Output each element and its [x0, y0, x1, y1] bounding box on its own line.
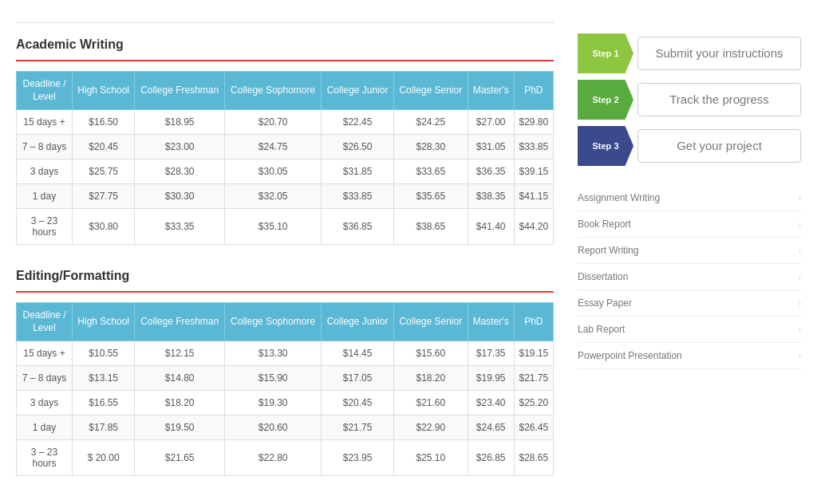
table-row: 3 days$16.55$18.20$19.30$20.45$21.60$23.…: [17, 391, 554, 415]
table-cell: $21.75: [322, 415, 394, 440]
table-cell: $22.90: [393, 415, 468, 440]
step-arrow-2: Step 2: [578, 80, 633, 120]
table-header: College Sophomore: [225, 72, 322, 110]
table-header: College Senior: [393, 303, 468, 341]
section-underline: [16, 291, 554, 293]
table-cell: $16.50: [73, 110, 135, 135]
table-cell: $23.40: [468, 391, 514, 415]
table-cell: $25.10: [393, 440, 468, 476]
table-cell: $23.95: [322, 440, 394, 476]
table-cell: $20.45: [73, 135, 135, 159]
step-container-3: Step 3Get your project: [578, 126, 801, 166]
table-cell: $41.40: [468, 209, 514, 245]
types-list-item-label: Assignment Writing: [578, 192, 660, 203]
table-cell: $24.65: [468, 415, 514, 440]
table-cell: $23.00: [135, 135, 225, 159]
table-cell: $21.60: [393, 391, 468, 415]
table-cell: 1 day: [17, 415, 73, 440]
table-header: High School: [73, 303, 135, 341]
table-cell: $15.60: [393, 341, 468, 366]
section-editing-formatting: Editing/FormattingDeadline / LevelHigh S…: [16, 269, 554, 476]
table-cell: $35.65: [393, 184, 468, 209]
table-header: PhD: [514, 303, 553, 341]
types-list: Assignment Writing›Book Report›Report Wr…: [578, 185, 801, 369]
table-cell: $31.85: [322, 159, 394, 184]
sidebar: Step 1Submit your instructionsStep 2Trac…: [578, 16, 801, 500]
table-cell: $36.85: [322, 209, 394, 245]
table-cell: $33.85: [322, 184, 394, 209]
table-cell: $19.30: [225, 391, 322, 415]
table-cell: $41.15: [514, 184, 553, 209]
table-cell: $19.50: [135, 415, 225, 440]
table-cell: $21.65: [135, 440, 225, 476]
types-list-item[interactable]: Essay Paper›: [578, 290, 801, 317]
table-cell: $ 20.00: [73, 440, 135, 476]
table-cell: $28.65: [514, 440, 553, 476]
table-cell: $36.35: [468, 159, 514, 184]
types-list-item[interactable]: Report Writing›: [578, 238, 801, 264]
table-cell: $19.15: [514, 341, 553, 366]
table-cell: $19.95: [468, 366, 514, 391]
table-row: 1 day$17.85$19.50$20.60$21.75$22.90$24.6…: [17, 415, 554, 440]
table-cell: $15.90: [225, 366, 322, 391]
table-cell: $31.05: [468, 135, 514, 159]
table-cell: $12.15: [135, 341, 225, 366]
table-cell: $20.45: [322, 391, 394, 415]
table-header: PhD: [514, 72, 553, 110]
table-cell: $14.80: [135, 366, 225, 391]
section-title-editing-formatting: Editing/Formatting: [16, 269, 129, 283]
table-header: College Freshman: [135, 72, 225, 110]
step-box-2: Track the progress: [637, 83, 801, 116]
steps-container: Step 1Submit your instructionsStep 2Trac…: [578, 33, 801, 166]
table-cell: 15 days +: [17, 110, 73, 135]
table-cell: $22.80: [225, 440, 322, 476]
table-header: College Sophomore: [225, 303, 322, 341]
table-cell: $38.65: [393, 209, 468, 245]
table-cell: 7 – 8 days: [17, 135, 73, 159]
section-academic-writing: Academic WritingDeadline / LevelHigh Sch…: [16, 37, 554, 245]
table-header: College Senior: [393, 72, 468, 110]
table-row: 1 day$27.75$30.30$32.05$33.85$35.65$38.3…: [17, 184, 554, 209]
table-cell: $24.75: [225, 135, 322, 159]
chevron-right-icon: ›: [799, 273, 801, 282]
table-cell: 3 days: [17, 391, 73, 415]
table-cell: $27.75: [73, 184, 135, 209]
chevron-right-icon: ›: [799, 325, 801, 334]
table-row: 3 – 23 hours$ 20.00$21.65$22.80$23.95$25…: [17, 440, 554, 476]
table-header: College Freshman: [135, 303, 225, 341]
types-list-item[interactable]: Book Report›: [578, 211, 801, 238]
types-list-item[interactable]: Dissertation›: [578, 264, 801, 290]
step-box-3: Get your project: [637, 129, 801, 163]
table-cell: $13.15: [73, 366, 135, 391]
table-cell: $29.80: [514, 110, 553, 135]
table-cell: $30.05: [225, 159, 322, 184]
chevron-right-icon: ›: [799, 194, 801, 203]
types-list-item-label: Dissertation: [578, 271, 628, 282]
table-cell: $25.20: [514, 391, 553, 415]
table-cell: $17.85: [73, 415, 135, 440]
table-row: 15 days +$16.50$18.95$20.70$22.45$24.25$…: [17, 110, 554, 135]
table-cell: $10.55: [73, 341, 135, 366]
table-cell: $27.00: [468, 110, 514, 135]
step-container-1: Step 1Submit your instructions: [578, 33, 801, 73]
table-row: 3 – 23 hours$30.80$33.35$35.10$36.85$38.…: [17, 209, 554, 245]
types-list-item[interactable]: Lab Report›: [578, 317, 801, 343]
table-row: 3 days$25.75$28.30$30.05$31.85$33.65$36.…: [17, 159, 554, 184]
table-cell: $44.20: [514, 209, 553, 245]
table-cell: 3 days: [17, 159, 73, 184]
types-list-item[interactable]: Assignment Writing›: [578, 185, 801, 211]
table-header: College Junior: [322, 303, 394, 341]
table-header: Master's: [468, 72, 514, 110]
step-box-1: Submit your instructions: [637, 37, 801, 70]
table-cell: $21.75: [514, 366, 553, 391]
table-cell: $28.30: [135, 159, 225, 184]
table-cell: $18.20: [135, 391, 225, 415]
table-cell: $26.85: [468, 440, 514, 476]
table-cell: $16.55: [73, 391, 135, 415]
types-list-item[interactable]: Powerpoint Presentation›: [578, 343, 801, 369]
table-cell: $20.70: [225, 110, 322, 135]
chevron-right-icon: ›: [799, 220, 801, 229]
main-content: Academic WritingDeadline / LevelHigh Sch…: [16, 16, 578, 500]
table-cell: 3 – 23 hours: [17, 209, 73, 245]
table-cell: $25.75: [73, 159, 135, 184]
